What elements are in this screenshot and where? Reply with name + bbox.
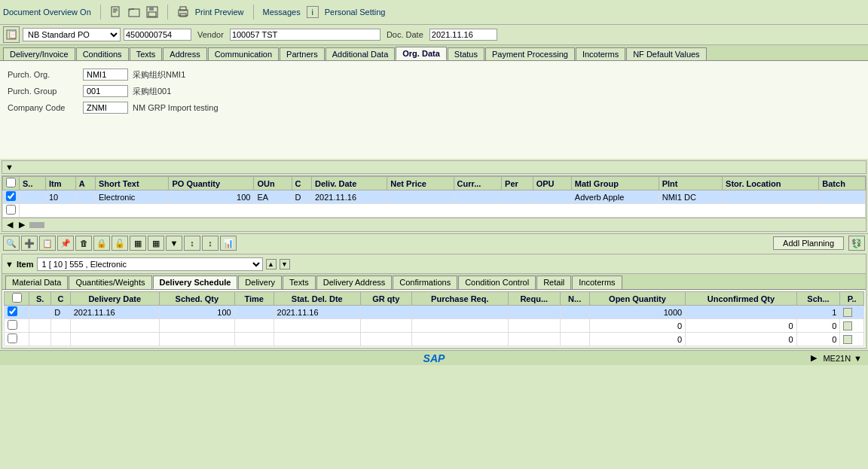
tab-partners[interactable]: Partners: [280, 47, 325, 60]
copy-item-btn[interactable]: 📋: [39, 236, 56, 251]
po-type-select[interactable]: NB Standard PO: [23, 28, 121, 41]
ds-table-row[interactable]: D 2021.11.16 100 2021.11.16 1000 1: [5, 306, 864, 319]
graph-btn[interactable]: 📊: [220, 236, 237, 251]
item-expand-icon[interactable]: ▼: [5, 260, 14, 269]
row-batch: [819, 190, 866, 204]
ds-table-row[interactable]: 0 0 0: [5, 333, 864, 346]
addl-planning-btn[interactable]: Addl Planning: [773, 236, 844, 250]
col-c: C: [292, 177, 311, 190]
row-checkbox[interactable]: [6, 205, 16, 215]
ds-col-pur-req: Purchase Req.: [411, 292, 508, 306]
tab-status[interactable]: Status: [448, 47, 484, 60]
item-select[interactable]: 1 [ 10 ] 555 , Electronic: [37, 257, 263, 271]
ds-row-checkbox[interactable]: [8, 320, 17, 330]
item-tab-condition-control[interactable]: Condition Control: [458, 276, 536, 289]
row-checkbox[interactable]: [6, 191, 16, 201]
tab-address[interactable]: Address: [163, 47, 206, 60]
row-plnt: NMI1 DC: [659, 190, 722, 204]
tab-conditions[interactable]: Conditions: [76, 47, 129, 60]
col-checkbox: [3, 177, 20, 190]
item-tab-incoterms[interactable]: Incoterms: [572, 276, 622, 289]
add-item-btn[interactable]: ➕: [21, 236, 38, 251]
purch-org-input[interactable]: [83, 69, 128, 81]
ds-row-checkbox[interactable]: [8, 333, 17, 343]
item-tab-quantities-weights[interactable]: Quantities/Weights: [69, 276, 151, 289]
item-tab-delivery-address[interactable]: Delivery Address: [316, 276, 393, 289]
tab-payment-processing[interactable]: Payment Processing: [485, 47, 575, 60]
btn8[interactable]: ▦: [148, 236, 164, 251]
tab-additional-data[interactable]: Additional Data: [326, 47, 396, 60]
purch-org-row: Purch. Org. 采购组织NMI1: [8, 69, 860, 81]
unlock-btn[interactable]: 🔓: [112, 236, 128, 251]
info-btn[interactable]: i: [307, 6, 319, 18]
ds-open-qty: 1000: [589, 306, 685, 319]
item-tab-retail[interactable]: Retail: [536, 276, 571, 289]
ds-select-all[interactable]: [12, 293, 22, 303]
purch-org-desc: 采购组织NMI1: [133, 69, 185, 81]
item-nav-up-btn[interactable]: ▲: [266, 259, 277, 270]
doc-date-input[interactable]: [429, 29, 497, 41]
col-oun: OUn: [254, 177, 292, 190]
item-tab-confirmations[interactable]: Confirmations: [393, 276, 457, 289]
item-tab-delivery[interactable]: Delivery: [238, 276, 282, 289]
nav-next-icon[interactable]: ▶: [811, 353, 817, 363]
item-header-row: ▼ Item 1 [ 10 ] 555 , Electronic ▲ ▼: [2, 254, 866, 274]
items-expand-icon[interactable]: ▼: [5, 163, 14, 172]
item-nav-down-btn[interactable]: ▼: [280, 259, 290, 270]
item-detail-btn[interactable]: 🔍: [3, 236, 20, 251]
open-btn[interactable]: [128, 6, 140, 18]
items-bottom-toolbar: 🔍 ➕ 📋 📌 🗑 🔒 🔓 ▦ ▦ ▼ ↕ ↕ 📊 Addl Planning …: [0, 233, 868, 252]
item-tab-delivery-schedule[interactable]: Delivery Schedule: [153, 276, 238, 289]
scroll-thumb[interactable]: [29, 222, 44, 228]
tab-nf-default-values[interactable]: NF Default Values: [626, 47, 706, 60]
header-row: 📋 NB Standard PO Vendor Doc. Date: [0, 25, 868, 45]
sort2-btn[interactable]: ↕: [202, 236, 219, 251]
row-deliv-date: 2021.11.16: [311, 190, 387, 204]
items-table-area: S.. Itm A Short Text PO Quantity OUn C D…: [2, 175, 866, 232]
col-stor-location: Stor. Location: [723, 177, 819, 190]
company-code-input[interactable]: [83, 102, 128, 114]
document-overview-label[interactable]: Document Overview On: [3, 8, 91, 17]
col-curr: Curr...: [454, 177, 502, 190]
items-table-scroll[interactable]: S.. Itm A Short Text PO Quantity OUn C D…: [2, 176, 866, 218]
item-tabs: Material Data Quantities/Weights Deliver…: [2, 274, 866, 290]
scroll-right-btn[interactable]: ▶: [16, 220, 28, 230]
tab-org-data[interactable]: Org. Data: [396, 47, 447, 60]
select-all-checkbox[interactable]: [6, 178, 16, 187]
tab-texts[interactable]: Texts: [130, 47, 163, 60]
sort-btn[interactable]: ↕: [184, 236, 200, 251]
print-preview-label[interactable]: Print Preview: [195, 8, 244, 17]
app-name: ME21N: [823, 354, 851, 363]
btn7[interactable]: ▦: [130, 236, 146, 251]
col-opu: OPU: [533, 177, 571, 190]
row-oun: EA: [254, 190, 292, 204]
row-po-qty: 100: [169, 190, 254, 204]
lock-btn[interactable]: 🔒: [93, 236, 110, 251]
purch-group-input[interactable]: [83, 85, 128, 97]
delete-item-btn[interactable]: 🗑: [75, 236, 92, 251]
item-tab-texts[interactable]: Texts: [283, 276, 316, 289]
vendor-input[interactable]: [230, 29, 381, 41]
ds-unconf-qty: [686, 306, 797, 319]
new-document-btn[interactable]: [110, 6, 122, 18]
messages-label[interactable]: Messages: [263, 8, 301, 17]
filter-btn[interactable]: ▼: [166, 236, 182, 251]
extra-btn[interactable]: 💱: [848, 236, 865, 251]
tab-delivery-invoice[interactable]: Delivery/Invoice: [3, 47, 75, 60]
table-row[interactable]: 10 Electronic 100 EA D 2021.11.16 Adverb…: [3, 190, 866, 204]
item-tab-material-data[interactable]: Material Data: [5, 276, 68, 289]
ds-row-checkbox[interactable]: [8, 306, 17, 316]
save-btn[interactable]: [146, 6, 158, 18]
tab-incoterms[interactable]: Incoterms: [576, 47, 625, 60]
print-preview-btn[interactable]: [177, 6, 189, 18]
scroll-left-btn[interactable]: ◀: [4, 220, 16, 230]
dropdown-icon[interactable]: ▼: [854, 354, 862, 363]
purch-group-row: Purch. Group 采购组001: [8, 85, 860, 97]
personal-setting-label[interactable]: Personal Setting: [325, 8, 386, 17]
ds-table-row[interactable]: 0 0 0: [5, 319, 864, 333]
paste-item-btn[interactable]: 📌: [57, 236, 74, 251]
table-row[interactable]: [3, 204, 866, 218]
tab-communication[interactable]: Communication: [208, 47, 279, 60]
col-deliv-date: Deliv. Date: [311, 177, 387, 190]
po-number-input[interactable]: [124, 29, 191, 41]
